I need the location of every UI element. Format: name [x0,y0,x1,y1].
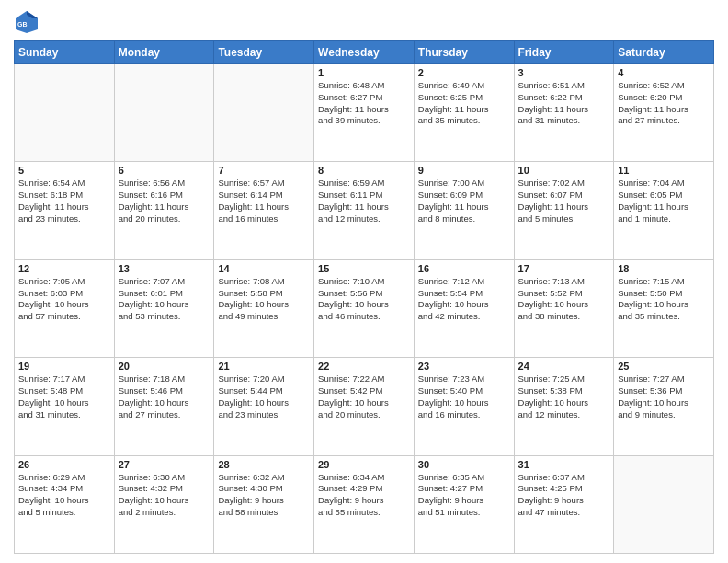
calendar-cell: 19Sunrise: 7:17 AM Sunset: 5:48 PM Dayli… [15,358,115,455]
calendar-week-row: 26Sunrise: 6:29 AM Sunset: 4:34 PM Dayli… [15,455,714,553]
calendar-cell: 5Sunrise: 6:54 AM Sunset: 6:18 PM Daylig… [15,162,115,259]
calendar-cell [614,455,714,553]
day-number: 24 [518,361,610,372]
calendar-cell: 21Sunrise: 7:20 AM Sunset: 5:44 PM Dayli… [214,358,314,455]
day-info: Sunrise: 6:32 AM Sunset: 4:30 PM Dayligh… [218,472,310,519]
day-info: Sunrise: 6:54 AM Sunset: 6:18 PM Dayligh… [18,178,110,224]
day-number: 3 [518,67,610,78]
day-info: Sunrise: 6:49 AM Sunset: 6:25 PM Dayligh… [418,80,510,127]
day-number: 2 [418,67,510,78]
calendar-cell: 7Sunrise: 6:57 AM Sunset: 6:14 PM Daylig… [214,162,314,259]
day-number: 15 [318,263,410,274]
day-number: 7 [218,165,310,176]
calendar-cell: 2Sunrise: 6:49 AM Sunset: 6:25 PM Daylig… [414,64,514,162]
day-number: 19 [18,361,110,372]
header: GB [14,9,714,35]
calendar-cell: 17Sunrise: 7:13 AM Sunset: 5:52 PM Dayli… [514,259,614,357]
day-number: 31 [518,459,610,470]
day-info: Sunrise: 6:37 AM Sunset: 4:25 PM Dayligh… [518,472,610,519]
calendar-cell: 31Sunrise: 6:37 AM Sunset: 4:25 PM Dayli… [514,455,614,553]
day-number: 29 [318,459,410,470]
weekday-header: Thursday [414,41,514,64]
calendar-header-row: SundayMondayTuesdayWednesdayThursdayFrid… [15,41,714,64]
weekday-header: Wednesday [314,41,415,64]
day-info: Sunrise: 7:20 AM Sunset: 5:44 PM Dayligh… [218,373,310,420]
calendar-cell: 22Sunrise: 7:22 AM Sunset: 5:42 PM Dayli… [314,358,415,455]
calendar-week-row: 12Sunrise: 7:05 AM Sunset: 6:03 PM Dayli… [15,259,714,357]
calendar-cell: 11Sunrise: 7:04 AM Sunset: 6:05 PM Dayli… [614,162,714,259]
calendar-cell: 29Sunrise: 6:34 AM Sunset: 4:29 PM Dayli… [314,455,415,553]
day-number: 27 [119,459,210,470]
day-number: 1 [318,67,410,78]
logo: GB [14,9,43,35]
calendar-cell: 23Sunrise: 7:23 AM Sunset: 5:40 PM Dayli… [414,358,514,455]
weekday-header: Saturday [614,41,714,64]
day-info: Sunrise: 7:08 AM Sunset: 5:58 PM Dayligh… [218,276,310,323]
calendar-week-row: 1Sunrise: 6:48 AM Sunset: 6:27 PM Daylig… [15,64,714,162]
day-number: 11 [618,165,710,176]
calendar-cell [214,64,314,162]
weekday-header: Sunday [15,41,115,64]
day-number: 9 [418,165,510,176]
logo-icon: GB [14,9,40,35]
calendar-cell: 25Sunrise: 7:27 AM Sunset: 5:36 PM Dayli… [614,358,714,455]
day-number: 8 [318,165,410,176]
day-info: Sunrise: 6:34 AM Sunset: 4:29 PM Dayligh… [318,472,410,519]
day-info: Sunrise: 7:22 AM Sunset: 5:42 PM Dayligh… [318,373,410,420]
calendar-cell: 8Sunrise: 6:59 AM Sunset: 6:11 PM Daylig… [314,162,415,259]
calendar-cell: 10Sunrise: 7:02 AM Sunset: 6:07 PM Dayli… [514,162,614,259]
day-number: 5 [18,165,110,176]
calendar-cell: 18Sunrise: 7:15 AM Sunset: 5:50 PM Dayli… [614,259,714,357]
day-info: Sunrise: 6:29 AM Sunset: 4:34 PM Dayligh… [18,472,110,519]
weekday-header: Tuesday [214,41,314,64]
day-info: Sunrise: 7:07 AM Sunset: 6:01 PM Dayligh… [119,276,210,323]
calendar-cell: 16Sunrise: 7:12 AM Sunset: 5:54 PM Dayli… [414,259,514,357]
day-info: Sunrise: 7:15 AM Sunset: 5:50 PM Dayligh… [618,276,710,323]
day-info: Sunrise: 7:23 AM Sunset: 5:40 PM Dayligh… [418,373,510,420]
day-info: Sunrise: 6:52 AM Sunset: 6:20 PM Dayligh… [618,80,710,127]
day-number: 20 [119,361,210,372]
day-info: Sunrise: 7:05 AM Sunset: 6:03 PM Dayligh… [18,276,110,323]
weekday-header: Friday [514,41,614,64]
day-info: Sunrise: 7:10 AM Sunset: 5:56 PM Dayligh… [318,276,410,323]
day-number: 26 [18,459,110,470]
day-number: 17 [518,263,610,274]
weekday-header: Monday [114,41,214,64]
day-number: 25 [618,361,710,372]
day-info: Sunrise: 7:17 AM Sunset: 5:48 PM Dayligh… [18,373,110,420]
day-info: Sunrise: 7:12 AM Sunset: 5:54 PM Dayligh… [418,276,510,323]
day-info: Sunrise: 7:18 AM Sunset: 5:46 PM Dayligh… [119,373,210,420]
day-number: 30 [418,459,510,470]
day-info: Sunrise: 6:56 AM Sunset: 6:16 PM Dayligh… [119,178,210,224]
day-info: Sunrise: 7:25 AM Sunset: 5:38 PM Dayligh… [518,373,610,420]
day-number: 14 [218,263,310,274]
day-number: 22 [318,361,410,372]
calendar-cell [114,64,214,162]
calendar-cell: 20Sunrise: 7:18 AM Sunset: 5:46 PM Dayli… [114,358,214,455]
day-info: Sunrise: 7:02 AM Sunset: 6:07 PM Dayligh… [518,178,610,224]
day-info: Sunrise: 6:35 AM Sunset: 4:27 PM Dayligh… [418,472,510,519]
calendar-cell: 6Sunrise: 6:56 AM Sunset: 6:16 PM Daylig… [114,162,214,259]
calendar-cell: 12Sunrise: 7:05 AM Sunset: 6:03 PM Dayli… [15,259,115,357]
day-number: 4 [618,67,710,78]
calendar-cell [15,64,115,162]
page: GB SundayMondayTuesdayWednesdayThursdayF… [0,0,728,563]
calendar-cell: 15Sunrise: 7:10 AM Sunset: 5:56 PM Dayli… [314,259,415,357]
calendar-cell: 1Sunrise: 6:48 AM Sunset: 6:27 PM Daylig… [314,64,415,162]
day-number: 23 [418,361,510,372]
calendar-cell: 28Sunrise: 6:32 AM Sunset: 4:30 PM Dayli… [214,455,314,553]
day-info: Sunrise: 7:00 AM Sunset: 6:09 PM Dayligh… [418,178,510,224]
day-number: 10 [518,165,610,176]
day-number: 21 [218,361,310,372]
calendar-cell: 26Sunrise: 6:29 AM Sunset: 4:34 PM Dayli… [15,455,115,553]
calendar-cell: 24Sunrise: 7:25 AM Sunset: 5:38 PM Dayli… [514,358,614,455]
day-info: Sunrise: 7:04 AM Sunset: 6:05 PM Dayligh… [618,178,710,224]
day-info: Sunrise: 6:48 AM Sunset: 6:27 PM Dayligh… [318,80,410,127]
day-info: Sunrise: 6:51 AM Sunset: 6:22 PM Dayligh… [518,80,610,127]
day-number: 28 [218,459,310,470]
day-info: Sunrise: 7:27 AM Sunset: 5:36 PM Dayligh… [618,373,710,420]
day-number: 18 [618,263,710,274]
calendar-cell: 30Sunrise: 6:35 AM Sunset: 4:27 PM Dayli… [414,455,514,553]
day-number: 13 [119,263,210,274]
day-info: Sunrise: 6:59 AM Sunset: 6:11 PM Dayligh… [318,178,410,224]
